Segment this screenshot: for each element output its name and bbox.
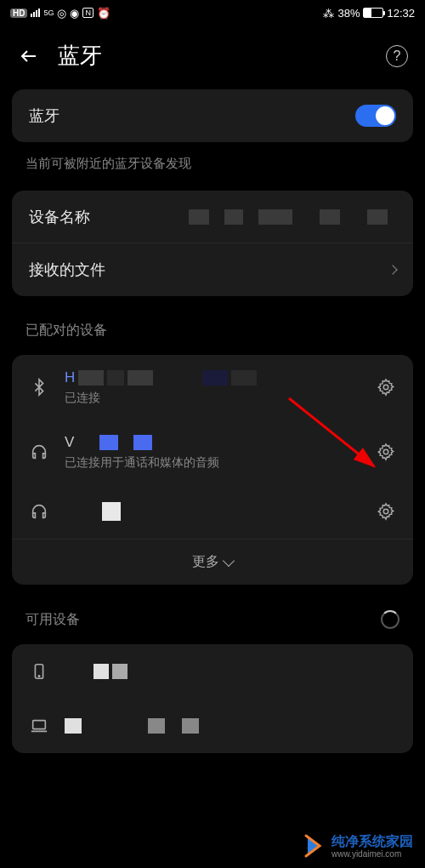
svg-point-1 xyxy=(383,449,388,454)
watermark: 纯净系统家园 www.yidaimei.com xyxy=(299,832,413,859)
device-settings-button[interactable] xyxy=(376,377,396,397)
paired-device-row[interactable]: H 已连接 xyxy=(12,355,413,420)
device-name-prefix: V xyxy=(65,434,74,451)
bluetooth-switch[interactable] xyxy=(355,105,396,127)
hd-badge: HD xyxy=(10,9,27,18)
svg-rect-5 xyxy=(33,721,46,729)
bluetooth-icon: ⁂ xyxy=(323,7,334,20)
svg-point-0 xyxy=(383,385,388,390)
svg-point-2 xyxy=(383,509,388,514)
status-bar: HD 5G ◎ ◉ N ⏰ ⁂ 38% 12:32 xyxy=(0,0,425,26)
device-status: 已连接用于通话和媒体的音频 xyxy=(65,455,360,471)
device-settings-button[interactable] xyxy=(376,442,396,462)
paired-device-row[interactable]: V 已连接用于通话和媒体的音频 xyxy=(12,420,413,484)
hotspot-icon: ◎ xyxy=(57,7,66,20)
device-name-prefix: H xyxy=(65,369,75,386)
watermark-url: www.yidaimei.com xyxy=(332,849,413,859)
device-settings-panel: 设备名称 接收的文件 xyxy=(12,191,413,296)
device-name-label: 设备名称 xyxy=(29,207,90,227)
chevron-right-icon xyxy=(388,265,397,274)
header: 蓝牙 ? xyxy=(0,26,425,79)
more-label: 更多 xyxy=(192,553,219,571)
help-button[interactable]: ? xyxy=(386,45,408,67)
received-files-label: 接收的文件 xyxy=(29,260,105,280)
battery-percent: 38% xyxy=(337,7,360,20)
page-title: 蓝牙 xyxy=(58,41,369,71)
device-name-row[interactable]: 设备名称 xyxy=(12,191,413,243)
paired-devices-panel: H 已连接 V 已连接用于通话和媒体 xyxy=(12,355,413,585)
available-section-title: 可用设备 xyxy=(26,611,381,629)
bluetooth-toggle-row[interactable]: 蓝牙 xyxy=(12,89,413,142)
device-status: 已连接 xyxy=(65,391,360,406)
bluetooth-label: 蓝牙 xyxy=(29,106,60,126)
headphone-icon xyxy=(29,443,49,461)
laptop-icon xyxy=(29,717,49,735)
signal-icon xyxy=(31,9,40,17)
watermark-logo-icon xyxy=(299,832,326,859)
battery-icon xyxy=(363,8,383,18)
paired-section-title: 已配对的设备 xyxy=(0,306,425,345)
back-button[interactable] xyxy=(17,44,41,68)
received-files-row[interactable]: 接收的文件 xyxy=(12,243,413,296)
paired-device-row[interactable] xyxy=(12,484,413,539)
nfc-icon: N xyxy=(82,8,94,18)
clock-text: 12:32 xyxy=(387,7,415,20)
chevron-down-icon xyxy=(223,555,235,567)
bluetooth-device-icon xyxy=(29,378,49,397)
watermark-brand: 纯净系统家园 xyxy=(332,833,413,851)
headphone-icon xyxy=(29,502,49,521)
eye-icon: ◉ xyxy=(70,7,79,20)
show-more-button[interactable]: 更多 xyxy=(12,539,413,585)
scanning-spinner-icon xyxy=(381,610,400,629)
phone-icon xyxy=(29,662,49,681)
alarm-icon: ⏰ xyxy=(97,7,110,20)
bluetooth-toggle-panel: 蓝牙 xyxy=(12,89,413,142)
svg-point-4 xyxy=(38,676,39,677)
network-label: 5G xyxy=(43,9,54,17)
available-device-row[interactable] xyxy=(12,644,413,699)
available-devices-panel xyxy=(12,644,413,753)
discoverable-hint: 当前可被附近的蓝牙设备发现 xyxy=(0,152,425,180)
available-device-row[interactable] xyxy=(12,699,413,753)
device-settings-button[interactable] xyxy=(376,501,396,522)
